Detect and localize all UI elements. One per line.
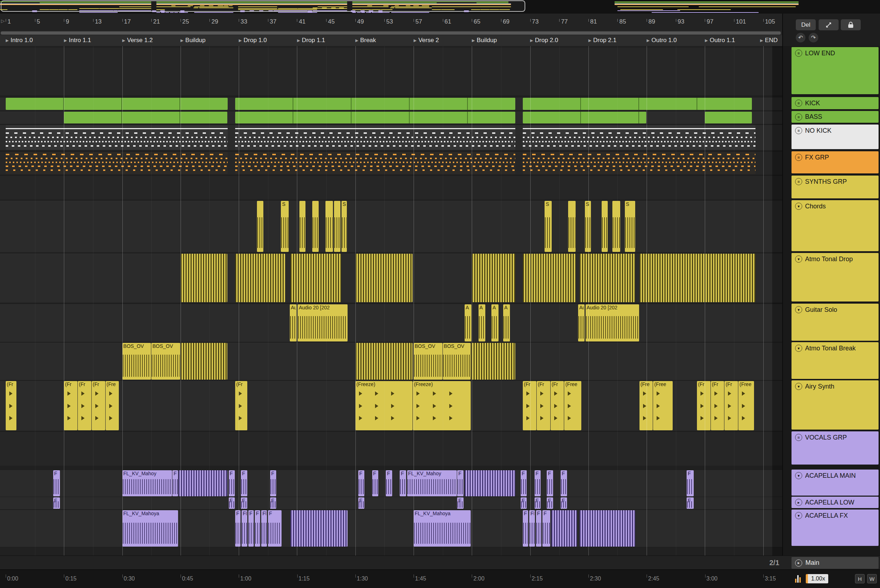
clip[interactable] — [6, 125, 228, 150]
track-header-fx-grp[interactable]: ≡FX GRP — [792, 151, 879, 173]
track-header-chords[interactable]: ▾Chords — [792, 200, 879, 251]
clip-free[interactable]: (Free — [738, 381, 754, 430]
clip-f[interactable]: F — [268, 510, 282, 547]
fold-icon[interactable]: ▾ — [795, 202, 802, 210]
clip[interactable] — [471, 343, 515, 380]
track-lane-atmo-tonal-break[interactable]: BOS_OVBOS_OVBOS_OVBOS_OV — [0, 342, 782, 380]
track-lane-synths-grp[interactable] — [0, 176, 782, 200]
track-lane-vocals-grp[interactable] — [0, 431, 782, 466]
clip-fl[interactable]: Fl — [261, 510, 267, 547]
clip-f[interactable]: F — [521, 497, 527, 509]
fold-icon[interactable]: ▾ — [795, 472, 802, 479]
track-header-low-end[interactable]: ≡LOW END — [792, 47, 879, 94]
clip-f[interactable]: F — [255, 510, 260, 547]
group-menu-icon[interactable]: ≡ — [795, 114, 802, 121]
clip-f[interactable]: F — [547, 497, 553, 509]
locator-intro-1-0[interactable]: ▶Intro 1.0 — [6, 37, 33, 44]
arrangement-overview[interactable] — [0, 0, 880, 14]
clip-f[interactable]: F — [358, 497, 364, 509]
clip-flkvmahoya[interactable]: FL_KV_Mahoya — [122, 510, 178, 547]
clip-f[interactable]: F — [270, 470, 276, 496]
track-header-synths-grp[interactable]: ≡SYNTHS GRP — [792, 176, 879, 198]
horizontal-scrollbar[interactable] — [0, 31, 782, 35]
clip-a[interactable]: A — [492, 304, 498, 342]
clip-f[interactable]: F — [547, 470, 553, 496]
clip-fr[interactable]: (Fr — [64, 381, 78, 430]
track-lane-acapella-fx[interactable]: FL_KV_MahoyaFFLFFFlFFL_KV_MahoyaFFLFF — [0, 510, 782, 547]
clip-fl[interactable]: FL — [241, 510, 247, 547]
clip-fr[interactable]: (Fr — [711, 381, 724, 430]
clip-fr[interactable]: (Fr — [78, 381, 91, 430]
clip[interactable] — [235, 152, 515, 174]
group-menu-icon[interactable]: ≡ — [795, 154, 802, 161]
track-header-airy-synth[interactable]: ▾Airy Synth — [792, 380, 879, 430]
clip-f[interactable]: F — [53, 470, 60, 496]
track-lane-no-kick[interactable] — [0, 124, 782, 150]
locator-intro-1-1[interactable]: ▶Intro 1.1 — [64, 37, 91, 44]
fit-width-button[interactable]: W — [867, 574, 877, 584]
clip-f[interactable]: F — [561, 497, 567, 509]
clip-a[interactable]: A — [503, 304, 510, 342]
clip-flkvmahoy[interactable]: FL_KV_Mahoy — [407, 470, 457, 496]
beat-time-ruler[interactable]: ▷ 15913172125293337414549535761656973778… — [0, 14, 782, 31]
clip[interactable] — [325, 201, 333, 252]
track-lane-bass[interactable] — [0, 111, 782, 124]
diagonal-arrows-button[interactable] — [819, 19, 839, 30]
track-lane-low-end[interactable] — [0, 47, 782, 95]
fold-icon[interactable]: ▾ — [795, 345, 802, 352]
clip-free[interactable]: (Free — [564, 381, 581, 430]
fold-icon[interactable]: ▾ — [795, 512, 802, 519]
locator-verse-1-2[interactable]: ▶Verse 1.2 — [122, 37, 153, 44]
clip-fr[interactable]: (Fr — [6, 381, 16, 430]
clip-free[interactable]: (Free — [653, 381, 672, 430]
clip[interactable] — [291, 510, 348, 547]
group-menu-icon[interactable]: ≡ — [795, 50, 802, 57]
clip[interactable] — [580, 254, 635, 302]
group-menu-icon[interactable]: ≡ — [795, 127, 802, 134]
clip-bosov[interactable]: BOS_OV — [443, 343, 471, 380]
track-header-guitar-solo[interactable]: ▾Guitar Solo — [792, 304, 879, 341]
clip[interactable] — [551, 510, 577, 547]
clip[interactable] — [465, 470, 515, 496]
fit-height-button[interactable]: H — [855, 574, 865, 584]
clip[interactable] — [523, 125, 756, 150]
fold-icon[interactable]: ▾ — [795, 306, 802, 313]
clip[interactable] — [334, 201, 340, 252]
clip-fr[interactable]: (Fr — [523, 381, 536, 430]
clip-bosov[interactable]: BOS_OV — [151, 343, 180, 380]
clip-fr[interactable]: (Fr — [551, 381, 564, 430]
locator-verse-2[interactable]: ▶Verse 2 — [414, 37, 439, 44]
redo-button[interactable]: ↷ — [809, 33, 818, 42]
clip-f[interactable]: F — [543, 510, 550, 547]
locator-drop-1-0[interactable]: ▶Drop 1.0 — [239, 37, 267, 44]
locator-buildup[interactable]: ▶Buildup — [472, 37, 497, 44]
clip[interactable] — [602, 201, 608, 252]
clip-f[interactable]: F — [235, 510, 240, 547]
clip-freeze[interactable]: (Freeze) — [355, 381, 412, 430]
clip[interactable] — [64, 112, 227, 123]
clip-s[interactable]: S — [625, 201, 636, 252]
track-header-no-kick[interactable]: ≡NO KICK — [792, 124, 879, 149]
clip-fre[interactable]: (Fre — [640, 381, 653, 430]
clip-f[interactable]: F — [457, 470, 463, 496]
clip-f[interactable]: F — [229, 497, 235, 509]
clip-f[interactable]: F — [535, 470, 541, 496]
locator-outro-1-0[interactable]: ▶Outro 1.0 — [647, 37, 677, 44]
clip[interactable] — [181, 254, 228, 302]
clip-f[interactable]: F — [241, 497, 247, 509]
locator-break[interactable]: ▶Break — [355, 37, 376, 44]
clip-au[interactable]: Au — [578, 304, 584, 342]
clip-f[interactable]: F — [400, 470, 406, 496]
clip-f[interactable]: F — [535, 497, 541, 509]
clip-f[interactable]: F — [358, 470, 364, 496]
locator-outro-1-1[interactable]: ▶Outro 1.1 — [705, 37, 735, 44]
clip-fr[interactable]: (Fr — [92, 381, 105, 430]
group-menu-icon[interactable]: ≡ — [795, 434, 802, 441]
clip-bosov[interactable]: BOS_OV — [414, 343, 442, 380]
group-menu-icon[interactable]: ≡ — [795, 99, 802, 106]
group-menu-icon[interactable]: ≡ — [795, 178, 802, 185]
clip-fr[interactable]: (Fr — [697, 381, 711, 430]
track-header-acapella-main[interactable]: ▾ACAPELLA MAIN — [792, 470, 879, 496]
clip[interactable] — [6, 98, 228, 110]
playback-speed-badge[interactable]: 1.00x — [806, 574, 828, 584]
